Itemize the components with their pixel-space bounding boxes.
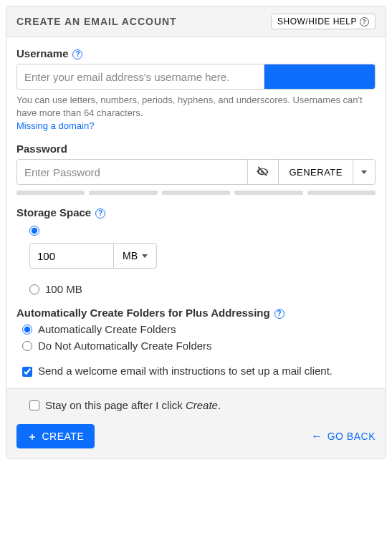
panel-body: Username ? You can use letters, numbers,… <box>6 37 386 377</box>
panel-footer: Stay on this page after I click Create. … <box>6 388 386 458</box>
folders-manual-row: Do Not Automatically Create Folders <box>22 340 376 352</box>
storage-unit-label: MB <box>123 250 138 261</box>
strength-segment <box>234 191 302 195</box>
go-back-button[interactable]: ← GO BACK <box>311 431 376 442</box>
folders-label: Automatically Create Folders for Plus Ad… <box>16 307 270 319</box>
welcome-email-label: Send a welcome email with instructions t… <box>38 365 333 377</box>
panel-header: CREATE AN EMAIL ACCOUNT SHOW/HIDE HELP ? <box>6 6 386 37</box>
stay-on-page-row: Stay on this page after I click Create. <box>29 399 376 411</box>
storage-input-row: MB <box>29 243 376 269</box>
strength-segment <box>16 191 85 195</box>
chevron-down-icon <box>361 170 367 174</box>
strength-segment <box>89 191 157 195</box>
password-row: GENERATE <box>16 159 376 185</box>
folders-auto-row: Automatically Create Folders <box>22 323 376 335</box>
storage-preset-radio-row: 100 MB <box>29 283 376 295</box>
username-group: Username ? You can use letters, numbers,… <box>16 47 376 131</box>
storage-value-input[interactable] <box>29 243 114 269</box>
generate-password-button[interactable]: GENERATE <box>278 159 353 185</box>
toggle-password-visibility-button[interactable] <box>247 159 279 185</box>
help-button-label: SHOW/HIDE HELP <box>277 16 357 27</box>
go-back-label: GO BACK <box>328 431 376 442</box>
missing-domain-link[interactable]: Missing a domain? <box>16 120 94 131</box>
storage-preset-radio[interactable] <box>29 284 39 294</box>
folders-auto-radio[interactable] <box>22 325 32 335</box>
plus-icon: ＋ <box>27 431 38 441</box>
strength-segment <box>307 191 376 195</box>
generate-options-button[interactable] <box>353 159 376 185</box>
arrow-left-icon: ← <box>311 431 323 442</box>
folders-auto-label: Automatically Create Folders <box>38 323 176 335</box>
panel-title: CREATE AN EMAIL ACCOUNT <box>16 16 177 27</box>
show-hide-help-button[interactable]: SHOW/HIDE HELP ? <box>271 14 376 29</box>
password-group: Password GENERATE <box>16 143 376 195</box>
folders-manual-radio[interactable] <box>22 341 32 351</box>
storage-unit-button[interactable]: MB <box>113 243 157 269</box>
storage-custom-radio[interactable] <box>29 226 39 236</box>
eye-off-icon <box>256 165 270 179</box>
create-button-label: CREATE <box>42 431 85 442</box>
footer-actions: ＋ CREATE ← GO BACK <box>16 424 376 448</box>
create-email-panel: CREATE AN EMAIL ACCOUNT SHOW/HIDE HELP ?… <box>6 6 386 459</box>
folders-group: Automatically Create Folders for Plus Ad… <box>16 307 376 377</box>
chevron-down-icon <box>142 254 148 258</box>
strength-segment <box>162 191 230 195</box>
stay-on-page-label: Stay on this page after I click Create. <box>45 399 221 411</box>
stay-on-page-checkbox[interactable] <box>29 400 39 410</box>
help-icon[interactable]: ? <box>72 49 82 59</box>
username-hint: You can use letters, numbers, periods, h… <box>16 94 376 119</box>
password-strength-meter <box>16 191 376 195</box>
storage-custom-radio-row <box>29 223 376 236</box>
username-input[interactable] <box>17 64 264 89</box>
username-row <box>16 64 376 90</box>
welcome-email-row: Send a welcome email with instructions t… <box>22 365 376 377</box>
domain-selector[interactable] <box>264 64 375 89</box>
storage-preset-label: 100 MB <box>45 283 82 295</box>
storage-group: Storage Space ? MB 100 MB <box>16 206 376 295</box>
help-icon: ? <box>360 17 369 27</box>
folders-manual-label: Do Not Automatically Create Folders <box>38 340 212 352</box>
help-icon[interactable]: ? <box>95 208 105 218</box>
username-label: Username <box>16 47 69 59</box>
help-icon[interactable]: ? <box>274 309 285 319</box>
password-label: Password <box>16 143 67 155</box>
welcome-email-checkbox[interactable] <box>22 367 32 377</box>
password-input[interactable] <box>16 159 248 185</box>
storage-label: Storage Space <box>16 206 91 218</box>
create-button[interactable]: ＋ CREATE <box>16 424 95 448</box>
